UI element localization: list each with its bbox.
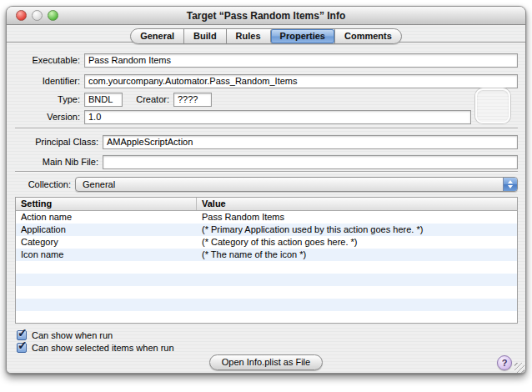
- separator: [15, 171, 518, 173]
- principal-class-field[interactable]: [103, 135, 518, 149]
- creator-label: Creator:: [123, 94, 169, 104]
- close-button-icon[interactable]: [16, 10, 27, 21]
- identifier-field[interactable]: [84, 74, 518, 88]
- tab-segmented-control: General Build Rules Properties Comments: [130, 28, 402, 44]
- principal-class-row: Principal Class:: [15, 134, 518, 149]
- main-nib-file-label: Main Nib File:: [15, 157, 98, 167]
- tab-properties[interactable]: Properties: [270, 29, 334, 43]
- arrow-down-icon: [508, 185, 513, 188]
- target-info-window: Target “Pass Random Items” Info General …: [6, 6, 526, 374]
- arrow-up-icon: [508, 180, 513, 183]
- setting-cell[interactable]: Application: [16, 224, 196, 236]
- table-header: Setting Value: [16, 198, 517, 211]
- checkmark-icon: ✓: [18, 339, 28, 352]
- executable-row: Executable:: [15, 53, 518, 68]
- main-nib-file-field[interactable]: [103, 155, 518, 169]
- tab-comments[interactable]: Comments: [334, 29, 401, 43]
- open-info-plist-button[interactable]: Open Info.plist as File: [209, 354, 323, 370]
- tab-rules[interactable]: Rules: [226, 29, 270, 43]
- table-body: Action name Pass Random Items Applicatio…: [16, 211, 517, 323]
- version-label: Version:: [15, 112, 80, 122]
- help-icon: ?: [502, 358, 508, 368]
- type-label: Type:: [15, 94, 80, 104]
- table-row[interactable]: Action name Pass Random Items: [16, 211, 517, 224]
- main-nib-file-row: Main Nib File:: [15, 154, 518, 169]
- table-row[interactable]: Application (* Primary Application used …: [16, 224, 517, 236]
- icon-well[interactable]: [475, 88, 510, 123]
- type-field[interactable]: [84, 93, 123, 107]
- zoom-button-icon[interactable]: [48, 10, 58, 21]
- type-creator-row: Type: Creator:: [15, 92, 518, 107]
- value-cell[interactable]: (* Category of this action goes here. *): [196, 236, 517, 249]
- collection-popup-value: General: [76, 178, 115, 191]
- value-cell[interactable]: (* The name of the icon *): [196, 249, 517, 261]
- value-cell[interactable]: (* Primary Application used by this acti…: [196, 224, 517, 236]
- version-row: Version:: [15, 109, 471, 124]
- table-row[interactable]: Icon name (* The name of the icon *): [16, 249, 517, 261]
- popup-stepper-icon: [503, 178, 517, 191]
- tab-general[interactable]: General: [131, 29, 183, 43]
- checkmark-icon: ✓: [18, 326, 28, 339]
- column-header-setting[interactable]: Setting: [16, 198, 196, 210]
- can-show-selected-items-row: ✓ Can show selected items when run: [17, 342, 174, 354]
- properties-table: Setting Value Action name Pass Random It…: [15, 197, 518, 324]
- title-bar[interactable]: Target “Pass Random Items” Info: [7, 7, 525, 25]
- window-title: Target “Pass Random Items” Info: [187, 10, 345, 22]
- resize-grip-icon[interactable]: [514, 363, 524, 373]
- can-show-selected-items-checkbox[interactable]: ✓: [17, 343, 27, 353]
- executable-label: Executable:: [15, 55, 80, 65]
- minimize-button-icon[interactable]: [32, 10, 43, 21]
- can-show-when-run-label: Can show when run: [32, 329, 113, 341]
- footer-button-row: Open Info.plist as File: [7, 354, 525, 370]
- creator-field[interactable]: [173, 93, 212, 107]
- can-show-selected-items-label: Can show selected items when run: [32, 342, 174, 354]
- principal-class-label: Principal Class:: [15, 137, 98, 147]
- value-cell[interactable]: Pass Random Items: [196, 211, 517, 224]
- collection-popup[interactable]: General: [75, 177, 518, 192]
- column-header-value[interactable]: Value: [196, 198, 517, 210]
- can-show-when-run-row: ✓ Can show when run: [17, 329, 113, 341]
- executable-field[interactable]: [84, 53, 518, 68]
- window-controls: [16, 10, 58, 21]
- table-row[interactable]: Category (* Category of this action goes…: [16, 236, 517, 249]
- tab-bar: General Build Rules Properties Comments: [7, 28, 525, 44]
- tab-build[interactable]: Build: [183, 29, 226, 43]
- identifier-label: Identifier:: [15, 76, 80, 86]
- setting-cell[interactable]: Action name: [16, 211, 196, 224]
- separator: [15, 128, 518, 129]
- collection-row: Collection: General: [15, 177, 518, 192]
- version-field[interactable]: [84, 110, 471, 124]
- window-content: General Build Rules Properties Comments …: [7, 25, 525, 374]
- help-button[interactable]: ?: [497, 355, 512, 370]
- setting-cell[interactable]: Icon name: [16, 249, 196, 261]
- collection-label: Collection:: [15, 179, 71, 189]
- setting-cell[interactable]: Category: [16, 236, 196, 249]
- identifier-row: Identifier:: [15, 73, 518, 88]
